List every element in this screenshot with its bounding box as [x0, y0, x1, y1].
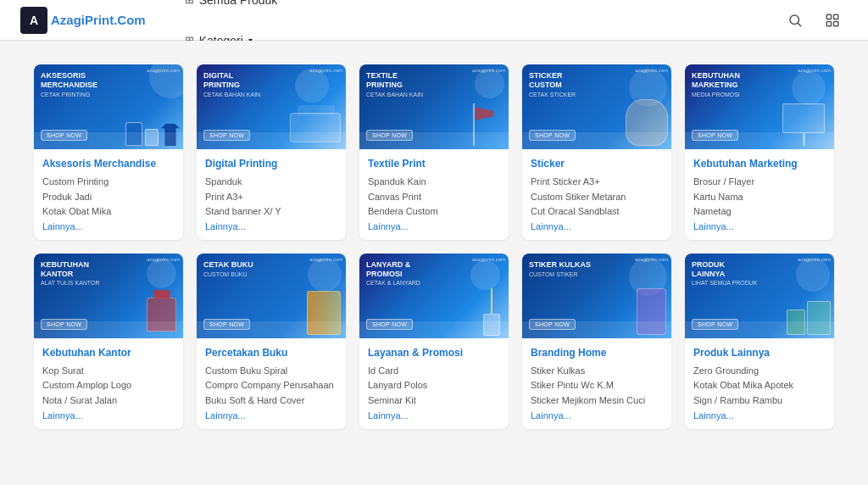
product-item: Kotak Obat Mika	[42, 204, 175, 220]
product-card-produk-lainnya[interactable]: azagiprint.com PRODUK LAINNYALIHAT SEMUA…	[685, 254, 834, 429]
shop-now-button[interactable]: SHOP NOW	[692, 319, 738, 330]
shop-now-button[interactable]: SHOP NOW	[529, 319, 576, 330]
card-more-link[interactable]: Lainnya...	[368, 410, 500, 421]
card-more-link[interactable]: Lainnya...	[693, 410, 826, 421]
shop-now-button[interactable]: SHOP NOW	[203, 319, 250, 330]
product-item: Id Card	[368, 364, 500, 379]
card-more-link[interactable]: Lainnya...	[368, 221, 500, 231]
card-more-link[interactable]: Lainnya...	[531, 221, 663, 231]
svg-rect-4	[826, 21, 831, 25]
product-card-branding-home[interactable]: azagiprint.com STIKER KULKASCUSTOM STIKE…	[522, 254, 671, 429]
card-items-list: SpandukPrint A3+Stand banner X/ Y	[205, 175, 337, 220]
card-category: Sticker	[531, 158, 663, 170]
main-content: azagiprint.com AKSESORIS MERCHANDISECETA…	[0, 41, 868, 485]
product-item: Stand banner X/ Y	[205, 204, 337, 220]
card-body: Percetakan Buku Custom Buku SpiralCompro…	[197, 338, 346, 429]
product-item: Stiker Pintu Wc K.M	[531, 378, 663, 393]
user-button[interactable]	[817, 5, 848, 36]
shop-now-button[interactable]: SHOP NOW	[366, 130, 413, 141]
logo-icon: A	[20, 7, 47, 34]
card-title-overlay: STIKER KULKASCUSTOM STIKER	[529, 260, 591, 279]
card-body: Textile Print Spanduk KainCanvas PrintBe…	[359, 149, 509, 240]
card-image-content: azagiprint.com TEXTILE PRINTINGCETAK BAH…	[359, 64, 509, 149]
card-image: azagiprint.com TEXTILE PRINTINGCETAK BAH…	[359, 64, 509, 149]
product-item: Lanyard Polos	[368, 378, 500, 393]
card-body: Produk Lainnya Zero GroundingKotak Obat …	[685, 338, 834, 429]
shop-now-button[interactable]: SHOP NOW	[41, 130, 87, 141]
shop-now-button[interactable]: SHOP NOW	[529, 130, 576, 141]
card-image-content: azagiprint.com STIKER KULKASCUSTOM STIKE…	[522, 254, 671, 338]
product-card-textile-print[interactable]: azagiprint.com TEXTILE PRINTINGCETAK BAH…	[359, 64, 509, 240]
card-more-link[interactable]: Lainnya...	[205, 221, 337, 231]
card-image: azagiprint.com KEBUTUHAN KANTORALAT TULI…	[34, 254, 183, 338]
product-item: Spanduk	[205, 175, 337, 190]
card-image-content: azagiprint.com AKSESORIS MERCHANDISECETA…	[34, 64, 183, 149]
product-card-percetakan-buku[interactable]: azagiprint.com CETAK BUKUCUSTOM BUKU SHO…	[197, 254, 346, 429]
product-item: Kartu Nama	[693, 190, 826, 205]
card-more-link[interactable]: Lainnya...	[531, 410, 663, 421]
card-image-content: azagiprint.com DIGITAL PRINTINGCETAK BAH…	[197, 64, 346, 149]
card-more-link[interactable]: Lainnya...	[42, 410, 175, 421]
product-item: Stiker Kulkas	[531, 364, 663, 379]
product-card-kebutuhan-kantor[interactable]: azagiprint.com KEBUTUHAN KANTORALAT TULI…	[34, 254, 183, 429]
card-items-list: Print Sticker A3+Custom Stiker MetaranCu…	[531, 175, 663, 220]
card-body: Branding Home Stiker KulkasStiker Pintu …	[522, 338, 671, 429]
product-item: Print Sticker A3+	[531, 175, 663, 190]
card-category: Kebutuhan Kantor	[42, 347, 175, 359]
card-title-overlay: AKSESORIS MERCHANDISECETAK PRINTING	[41, 71, 108, 98]
product-item: Print A3+	[205, 190, 337, 205]
product-item: Nota / Surat Jalan	[42, 393, 175, 409]
product-item: Nametag	[693, 204, 826, 220]
card-body: Kebutuhan Kantor Kop SuratCustom Amplop …	[34, 338, 183, 429]
product-item: Custom Amplop Logo	[42, 378, 175, 393]
svg-rect-3	[834, 14, 838, 19]
card-image: azagiprint.com KEBUTUHAN MARKETINGMEDIA …	[685, 64, 834, 149]
card-body: Sticker Print Sticker A3+Custom Stiker M…	[522, 149, 671, 240]
card-image-content: azagiprint.com KEBUTUHAN KANTORALAT TULI…	[34, 254, 183, 338]
product-card-layanan-promosi[interactable]: azagiprint.com LANYARD & PROMOSICETAK & …	[359, 254, 509, 429]
card-more-link[interactable]: Lainnya...	[42, 221, 175, 231]
card-items-list: Custom Buku SpiralCompro Company Perusah…	[205, 364, 337, 409]
product-item: Cut Oracal Sandblast	[531, 204, 663, 220]
card-items-list: Spanduk KainCanvas PrintBendera Custom	[368, 175, 500, 220]
card-body: Layanan & Promosi Id CardLanyard PolosSe…	[359, 338, 509, 429]
card-title-overlay: KEBUTUHAN MARKETINGMEDIA PROMOSI	[692, 71, 760, 98]
shop-now-button[interactable]: SHOP NOW	[41, 319, 87, 330]
shop-now-button[interactable]: SHOP NOW	[692, 130, 738, 141]
card-image: azagiprint.com CETAK BUKUCUSTOM BUKU SHO…	[197, 254, 346, 338]
product-item: Brosur / Flayer	[693, 175, 826, 190]
product-card-kebutuhan-marketing[interactable]: azagiprint.com KEBUTUHAN MARKETINGMEDIA …	[685, 64, 834, 240]
product-card-sticker[interactable]: azagiprint.com STICKER CUSTOMCETAK STICK…	[522, 64, 671, 240]
card-body: Aksesoris Merchandise Custom PrintingPro…	[34, 149, 183, 240]
card-items-list: Stiker KulkasStiker Pintu Wc K.MSticker …	[531, 364, 663, 409]
grid-icon: ⊞	[185, 0, 194, 6]
svg-point-0	[790, 15, 799, 25]
product-item: Sign / Rambu Rambu	[693, 393, 826, 409]
card-image-content: azagiprint.com STICKER CUSTOMCETAK STICK…	[522, 64, 671, 149]
product-card-digital-printing[interactable]: azagiprint.com DIGITAL PRINTINGCETAK BAH…	[197, 64, 346, 240]
svg-rect-5	[834, 21, 838, 25]
header-actions	[780, 5, 848, 36]
card-category: Textile Print	[368, 158, 500, 170]
logo[interactable]: A AzagiPrint.Com	[20, 7, 146, 34]
shop-now-button[interactable]: SHOP NOW	[203, 130, 250, 141]
product-item: Zero Grounding	[693, 364, 826, 379]
card-more-link[interactable]: Lainnya...	[693, 221, 826, 231]
product-item: Kotak Obat Mika Apotek	[693, 378, 826, 393]
card-more-link[interactable]: Lainnya...	[205, 410, 337, 421]
product-card-aksesoris[interactable]: azagiprint.com AKSESORIS MERCHANDISECETA…	[34, 64, 183, 240]
search-button[interactable]	[780, 5, 810, 36]
card-category: Aksesoris Merchandise	[42, 158, 175, 170]
shop-now-button[interactable]: SHOP NOW	[366, 319, 413, 330]
card-title-overlay: CETAK BUKUCUSTOM BUKU	[203, 260, 253, 279]
card-title-overlay: LANYARD & PROMOSICETAK & LANYARD	[366, 260, 434, 287]
card-title-overlay: KEBUTUHAN KANTORALAT TULIS KANTOR	[41, 260, 108, 287]
product-item: Sticker Mejikom Mesin Cuci	[531, 393, 663, 409]
card-image: azagiprint.com LANYARD & PROMOSICETAK & …	[359, 254, 509, 338]
card-category: Percetakan Buku	[205, 347, 337, 359]
product-item: Custom Buku Spiral	[205, 364, 337, 379]
card-image: azagiprint.com AKSESORIS MERCHANDISECETA…	[34, 64, 183, 149]
card-image-content: azagiprint.com LANYARD & PROMOSICETAK & …	[359, 254, 509, 338]
nav-semua-produk[interactable]: ⊞ Semua Produk	[173, 0, 290, 20]
card-items-list: Zero GroundingKotak Obat Mika ApotekSign…	[693, 364, 826, 409]
